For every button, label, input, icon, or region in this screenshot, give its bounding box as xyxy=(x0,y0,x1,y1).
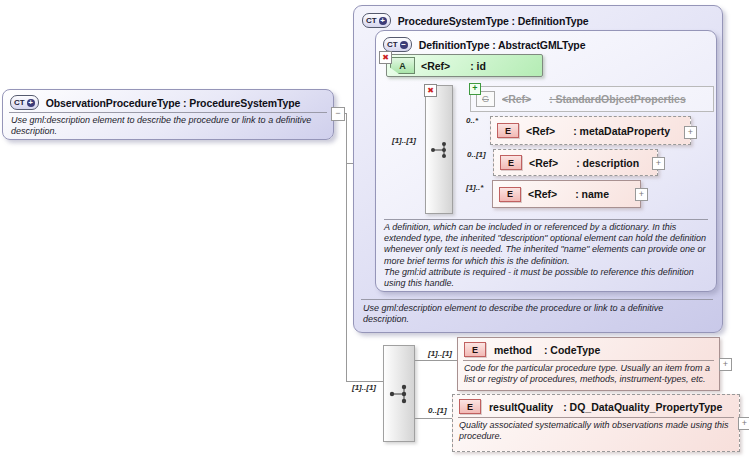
element-resultquality[interactable]: E resultQuality : DQ_DataQuality_Propert… xyxy=(452,394,740,452)
element-name[interactable]: E <Ref> : name xyxy=(492,180,641,208)
expanded-badge-icon: + xyxy=(379,17,387,25)
procedure-system-title: ProcedureSystemType : DefinitionType xyxy=(398,15,589,27)
group-standardobjectproperties[interactable]: G <Ref> : StandardObjectProperties xyxy=(470,86,714,112)
outer-separator xyxy=(361,299,713,300)
description-cardinality: 0..[1] xyxy=(467,150,486,159)
attribute-icon: A xyxy=(390,57,415,74)
resultquality-cardinality: 0..[1] xyxy=(428,406,447,415)
element-type: : metaDataProperty xyxy=(573,125,670,137)
definition-description-2: The gml:id attribute is required - it mu… xyxy=(384,267,710,289)
group-type: : StandardObjectProperties xyxy=(549,93,686,105)
schema-diagram: CT + ProcedureSystemType : DefinitionTyp… xyxy=(0,0,749,458)
observation-header: CT + ObservationProcedureType : Procedur… xyxy=(10,95,300,110)
element-method[interactable]: E method : CodeType Code for the particu… xyxy=(457,337,720,391)
element-icon: E xyxy=(500,155,522,170)
definition-type-title: DefinitionType : AbstractGMLType xyxy=(419,39,586,51)
definition-type-header: CT − DefinitionType : AbstractGMLType xyxy=(383,37,585,52)
resultquality-description: Quality associated systematically with o… xyxy=(453,418,739,442)
sequence-icon xyxy=(429,140,449,160)
expand-icon[interactable]: + xyxy=(635,188,648,201)
collapsed-badge-icon: − xyxy=(400,41,408,49)
definition-description-1: A definition, which can be included in o… xyxy=(384,222,710,267)
inner-sequence-bar[interactable] xyxy=(425,85,453,214)
element-metadataproperty[interactable]: E <Ref> : metaDataProperty xyxy=(490,116,691,145)
element-icon: E xyxy=(499,187,521,202)
element-name-label: method xyxy=(494,344,532,356)
connector-to-method xyxy=(413,360,457,361)
method-description: Code for the particular procedure type. … xyxy=(458,361,719,385)
element-type: : name xyxy=(575,188,609,200)
expand-icon[interactable]: + xyxy=(684,126,697,139)
element-description[interactable]: E <Ref> : description xyxy=(493,149,658,176)
connector-to-resultquality xyxy=(413,418,452,419)
element-ref: <Ref> xyxy=(529,157,558,169)
method-header: E method : CodeType xyxy=(458,338,719,360)
element-icon: E xyxy=(459,399,481,414)
delete-icon[interactable]: ✖ xyxy=(379,51,392,64)
inner-separator xyxy=(384,219,708,220)
expand-icon[interactable]: + xyxy=(652,157,665,170)
element-type: : CodeType xyxy=(544,344,600,356)
connector-to-main-sequence xyxy=(347,381,383,382)
attribute-ref: <Ref> xyxy=(421,60,450,72)
main-sequence-bar[interactable] xyxy=(383,345,415,442)
delete-icon[interactable]: ✖ xyxy=(424,84,437,97)
main-sequence-cardinality: [1]..[1] xyxy=(352,383,376,392)
observation-title: ObservationProcedureType : ProcedureSyst… xyxy=(46,97,301,109)
method-cardinality: [1]..[1] xyxy=(428,349,452,358)
complex-type-icon: CT + xyxy=(10,95,39,110)
inner-sequence-cardinality: [1]..[1] xyxy=(392,136,416,145)
observation-procedure-type-box[interactable]: CT + ObservationProcedureType : Procedur… xyxy=(2,89,334,140)
element-type: : description xyxy=(576,157,639,169)
attribute-type: : id xyxy=(470,60,486,72)
element-icon: E xyxy=(464,342,486,357)
expanded-badge-icon: + xyxy=(27,99,35,107)
complex-type-icon: CT − xyxy=(383,37,412,52)
connector-main-vertical xyxy=(346,113,347,382)
add-icon[interactable]: + xyxy=(469,83,481,95)
element-icon: E xyxy=(497,123,519,138)
procedure-system-description: Use gml:description element to describe … xyxy=(363,303,703,325)
sequence-icon xyxy=(388,383,410,405)
group-ref: <Ref> xyxy=(502,93,531,105)
metadataproperty-cardinality: 0..* xyxy=(466,116,478,125)
resultquality-header: E resultQuality : DQ_DataQuality_Propert… xyxy=(453,395,739,417)
observation-separator xyxy=(9,112,327,113)
element-ref: <Ref> xyxy=(526,125,555,137)
complex-type-icon: CT + xyxy=(362,13,391,28)
name-cardinality: [1]..* xyxy=(466,183,483,192)
element-type: : DQ_DataQuality_PropertyType xyxy=(563,401,722,413)
expand-icon[interactable]: + xyxy=(719,358,732,371)
collapse-toggle[interactable]: − xyxy=(331,107,345,121)
attribute-id-box[interactable]: A <Ref> : id xyxy=(386,54,543,77)
observation-description: Use gml:description element to describe … xyxy=(11,115,327,137)
expand-icon[interactable]: + xyxy=(738,417,749,430)
element-name-label: resultQuality xyxy=(489,401,553,413)
element-ref: <Ref> xyxy=(528,188,557,200)
procedure-system-header: CT + ProcedureSystemType : DefinitionTyp… xyxy=(362,13,589,28)
